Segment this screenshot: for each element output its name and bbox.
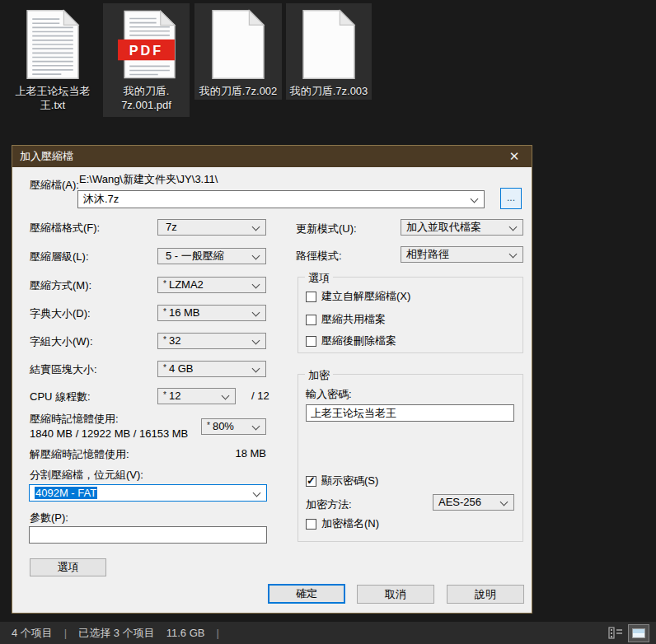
sfx-checkbox[interactable]: 建立自解壓縮檔(X) [306, 289, 410, 304]
path-mode-combobox[interactable]: 相對路徑 [401, 246, 523, 263]
add-to-archive-dialog: 加入壓縮檔 ✕ 壓縮檔(A): E:\Wang\新建文件夹\JY\3.11\ 沐… [12, 145, 532, 614]
solid-block-label: 結實區塊大小: [30, 362, 97, 377]
chevron-down-icon [252, 309, 260, 317]
chevron-down-icon [252, 281, 260, 289]
level-label: 壓縮層級(L): [30, 250, 89, 264]
word-size-combobox[interactable]: *32 [157, 333, 266, 349]
statusbar-separator: | [64, 627, 67, 639]
dictionary-size-combobox[interactable]: *16 MB [157, 305, 266, 321]
desktop-file-pdf[interactable]: PDF 我的刀盾.7z.001.pdf [103, 3, 190, 117]
close-icon[interactable]: ✕ [497, 146, 532, 167]
format-label: 壓縮檔格式(F): [30, 221, 100, 236]
dialog-title: 加入壓縮檔 [20, 150, 73, 162]
selected-size: 11.6 GB [166, 627, 205, 639]
pdf-badge: PDF [129, 43, 163, 58]
level-combobox[interactable]: 5 - 一般壓縮 [157, 248, 266, 264]
decompress-memory-label: 解壓縮時記憶體使用: [30, 447, 129, 462]
archive-directory: E:\Wang\新建文件夹\JY\3.11\ [79, 172, 218, 187]
method-label: 壓縮方式(M): [30, 278, 91, 293]
encrypt-names-checkbox[interactable]: 加密檔名(N) [306, 516, 379, 531]
desktop-file-7z-002[interactable]: 我的刀盾.7z.002 [194, 3, 282, 100]
chevron-down-icon [253, 489, 261, 497]
encryption-method-combobox[interactable]: AES-256 [433, 494, 514, 511]
cpu-threads-label: CPU 線程數: [30, 390, 91, 404]
word-size-label: 字組大小(W): [30, 334, 93, 349]
explorer-statusbar: 4 个项目 | 已选择 3 个项目 11.6 GB | [0, 622, 656, 644]
ok-button[interactable]: 確定 [268, 584, 345, 604]
encryption-group-title: 加密 [305, 368, 333, 383]
dialog-body: 壓縮檔(A): E:\Wang\新建文件夹\JY\3.11\ 沐沐.7z ...… [12, 167, 532, 613]
text-document-icon [26, 8, 80, 81]
compress-memory-values: 1840 MB / 12922 MB / 16153 MB [30, 427, 188, 440]
split-volume-label: 分割壓縮檔，位元組(V): [30, 468, 143, 483]
desktop-file-txt[interactable]: 上老王论坛当老王.txt [7, 3, 99, 115]
archive-name-combobox[interactable]: 沐沐.7z [77, 190, 485, 208]
decompress-memory-value: 18 MB [201, 447, 266, 460]
pdf-document-icon: PDF [117, 8, 176, 81]
chevron-down-icon [509, 250, 518, 259]
help-button[interactable]: 說明 [447, 585, 524, 604]
statusbar-separator: | [216, 627, 218, 639]
path-mode-label: 路徑模式: [296, 249, 342, 264]
blank-file-icon [211, 8, 265, 81]
update-mode-label: 更新模式(U): [296, 222, 357, 236]
desktop-file-7z-003[interactable]: 我的刀盾.7z.003 [286, 3, 372, 100]
encryption-method-label: 加密方法: [306, 497, 352, 512]
browse-button[interactable]: ... [500, 188, 522, 209]
chevron-down-icon [252, 337, 260, 345]
cancel-button[interactable]: 取消 [357, 585, 434, 604]
password-input[interactable] [306, 404, 514, 422]
cpu-threads-total: / 12 [251, 390, 269, 402]
file-name: 我的刀盾.7z.001.pdf [103, 84, 190, 112]
compress-memory-label: 壓縮時記憶體使用: [30, 412, 119, 427]
show-password-checkbox[interactable]: 顯示密碼(S) [306, 474, 378, 488]
selected-count: 已选择 3 个项目 [78, 626, 154, 641]
blank-file-icon [302, 8, 356, 81]
memory-percent-combobox[interactable]: *80% [201, 418, 266, 435]
solid-block-combobox[interactable]: *4 GB [157, 361, 266, 377]
details-view-icon[interactable] [608, 627, 624, 639]
dialog-titlebar[interactable]: 加入壓縮檔 ✕ [12, 146, 532, 167]
chevron-down-icon [500, 498, 508, 506]
chevron-down-icon [252, 252, 260, 260]
items-count: 4 个项目 [12, 626, 53, 641]
cpu-threads-combobox[interactable]: *12 [157, 388, 236, 404]
update-mode-combobox[interactable]: 加入並取代檔案 [401, 219, 523, 236]
file-name: 上老王论坛当老王.txt [7, 84, 99, 112]
dictionary-size-label: 字典大小(D): [30, 306, 91, 321]
chevron-down-icon [509, 223, 518, 231]
format-combobox[interactable]: 7z [157, 219, 266, 236]
password-label: 輸入密碼: [306, 387, 352, 402]
file-name: 我的刀盾.7z.003 [286, 84, 372, 98]
split-volume-combobox[interactable]: 4092M - FAT [29, 484, 267, 502]
chevron-down-icon [252, 422, 260, 431]
chevron-down-icon [471, 195, 479, 203]
options-button[interactable]: 選項 [30, 558, 106, 576]
thumbnail-view-icon[interactable] [628, 624, 649, 642]
chevron-down-icon [252, 223, 260, 231]
parameters-label: 參數(P): [30, 511, 68, 525]
chevron-down-icon [252, 365, 260, 373]
method-combobox[interactable]: *LZMA2 [157, 277, 266, 293]
delete-after-checkbox[interactable]: 壓縮後刪除檔案 [306, 334, 396, 348]
parameters-input[interactable] [29, 526, 267, 544]
chevron-down-icon [222, 392, 230, 400]
options-group-title: 選項 [305, 271, 333, 286]
archive-label: 壓縮檔(A): [30, 178, 79, 193]
file-name: 我的刀盾.7z.002 [194, 84, 282, 98]
shared-files-checkbox[interactable]: 壓縮共用檔案 [306, 312, 386, 327]
